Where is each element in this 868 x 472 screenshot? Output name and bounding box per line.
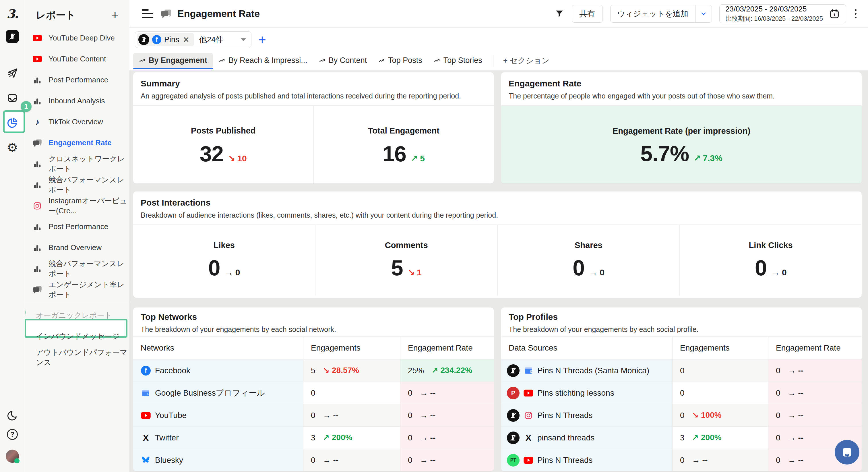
workspace-avatar[interactable] (0, 30, 25, 43)
rate-change: →-- (788, 433, 804, 442)
table-row: XTwitter 3↗200% 0→-- (133, 426, 494, 449)
help-button[interactable]: ? (0, 429, 25, 440)
topbar: Engagement Rate 共有 ウィジェットを追加 23/03/2025 … (129, 0, 868, 28)
sidebar-item-post-performance[interactable]: Post Performance (25, 69, 129, 90)
google-business-icon: G (524, 366, 533, 375)
sidebar-item-label: YouTube Content (49, 55, 106, 63)
add-section-button[interactable]: + セクション (499, 53, 554, 68)
chevron-down-icon (700, 10, 707, 17)
stat-value: 32 (200, 141, 224, 166)
date-range-button[interactable]: 23/03/2025 - 29/03/2025 比較期間: 16/03/2025… (719, 4, 846, 23)
spool-avatar-icon (138, 34, 149, 45)
filter-button[interactable] (555, 9, 564, 19)
chat-icon (32, 285, 42, 294)
compare-range-label: 比較期間: 16/03/2025 - 22/03/2025 (725, 14, 823, 23)
tab-top-posts[interactable]: Top Posts (373, 53, 428, 68)
table-header: Data Sources Engagements Engagement Rate (501, 336, 862, 359)
reports-nav-icon[interactable] (0, 117, 25, 129)
sidebar-item-organic-report[interactable]: オーガニックレポート (25, 305, 129, 326)
sidebar-item-competitor-report-1[interactable]: 競合パフォーマンスレポート (25, 174, 129, 195)
stat-change: →0 (589, 268, 604, 277)
svg-text:G: G (147, 392, 150, 395)
svg-text:G: G (530, 370, 532, 373)
profile-filter-row: f Pins ✕ 他24件 + (129, 28, 868, 52)
add-widget-button[interactable]: ウィジェットを追加 (611, 5, 695, 22)
rate-value: 0 (776, 433, 780, 442)
sidebar-divider (25, 303, 129, 303)
sidebar-item-competitor-report-2[interactable]: 競合パフォーマンスレポート (25, 258, 129, 279)
table-row: X pinsand threads 3↗200% 0→-- (501, 426, 862, 449)
sidebar-item-tiktok-overview[interactable]: ♪ TikTok Overview (25, 111, 129, 132)
spool-avatar-icon (507, 409, 520, 422)
sidebar-item-brand-overview[interactable]: Brand Overview (25, 237, 129, 258)
chat-icon (161, 9, 172, 19)
annotation-badge-1: 1 (21, 101, 32, 112)
date-range-label: 23/03/2025 - 29/03/2025 (725, 5, 823, 13)
rate-change: →-- (788, 411, 804, 420)
tab-by-reach-impressions[interactable]: By Reach & Impressi... (213, 53, 313, 68)
more-options-button[interactable] (854, 8, 858, 20)
card-title: Engagement Rate (508, 79, 854, 88)
app-root: 3. 1 ⚙ ? レポート (0, 0, 868, 472)
bar-chart-icon (32, 181, 42, 189)
rate-value: 0 (776, 455, 780, 465)
sidebar-item-cross-network-report[interactable]: クロスネットワークレポート (25, 153, 129, 174)
tab-by-engagement[interactable]: By Engagement (133, 53, 213, 68)
sidebar-item-label: Brand Overview (49, 243, 102, 252)
trend-icon (434, 57, 441, 64)
posts-published-stat: Posts Published 32 ↘10 (133, 106, 313, 183)
sidebar-item-engagement-rate[interactable]: Engagement Rate (25, 132, 129, 153)
calendar-icon: 1 (829, 8, 840, 20)
stat-label: Total Engagement (368, 126, 439, 136)
sidebar-item-inbound-messages[interactable]: インバウンドメッセージ (25, 326, 129, 347)
sidebar-item-engagement-rate-report[interactable]: エンゲージメント率レポート (25, 279, 129, 300)
tab-top-stories[interactable]: Top Stories (428, 53, 488, 68)
chevron-down-icon[interactable] (241, 38, 246, 41)
stat-label: Shares (575, 241, 602, 250)
add-report-button[interactable]: + (112, 10, 119, 20)
bar-chart-icon (32, 76, 42, 84)
sidebar-item-outbound-performance[interactable]: アウトバウンドパフォーマンス (25, 347, 129, 368)
profile-chip[interactable]: f Pins ✕ (137, 33, 194, 46)
collapse-sidebar-button[interactable] (142, 9, 153, 18)
chat-launcher-button[interactable] (835, 440, 859, 465)
engagement-rate-highlight: Engagement Rate (per impression) 5.7% ↗7… (501, 106, 862, 183)
bluesky-icon (141, 456, 151, 465)
settings-nav-icon[interactable]: ⚙ (0, 141, 25, 154)
sidebar-item-post-performance-2[interactable]: Post Performance (25, 216, 129, 237)
profile-name: Pins N Threads (537, 455, 592, 465)
engagements-change: ↗200% (692, 433, 722, 442)
facebook-icon: f (152, 35, 161, 44)
likes-stat: Likes 0 →0 (133, 225, 315, 296)
user-avatar (6, 450, 19, 463)
link-clicks-stat: Link Clicks 0 →0 (679, 225, 862, 296)
sidebar-item-instagram-overview[interactable]: Instagramオーバービュー(Cre... (25, 195, 129, 216)
publishing-nav-icon[interactable] (0, 67, 25, 79)
share-button[interactable]: 共有 (572, 5, 603, 23)
svg-text:1: 1 (833, 12, 836, 17)
dark-mode-toggle[interactable] (0, 410, 25, 421)
column-header: Engagement Rate (768, 337, 862, 359)
engagements-change: ↗200% (323, 433, 352, 442)
tab-by-content[interactable]: By Content (313, 53, 373, 68)
tab-label: Top Stories (443, 56, 482, 65)
add-widget-dropdown[interactable] (695, 5, 712, 22)
stat-change: ↗7.3% (693, 153, 722, 163)
rate-change: →-- (420, 455, 436, 465)
sidebar-item-youtube-content[interactable]: YouTube Content (25, 49, 129, 69)
profile-filter-box[interactable]: f Pins ✕ 他24件 (135, 31, 251, 48)
user-profile-button[interactable] (0, 450, 25, 463)
add-profile-filter-button[interactable]: + (258, 34, 266, 46)
remove-filter-icon[interactable]: ✕ (182, 35, 190, 45)
flat-arrow-icon: → (225, 268, 234, 277)
rate-value: 0 (776, 366, 780, 375)
inbox-nav-icon[interactable] (0, 92, 25, 104)
shares-stat: Shares 0 →0 (497, 225, 680, 296)
card-title: Post Interactions (141, 198, 854, 208)
engagements-value: 5 (311, 366, 315, 375)
sidebar-item-youtube-deep-dive[interactable]: YouTube Deep Dive (25, 28, 129, 49)
rate-change: ↗234.22% (431, 366, 472, 375)
sidebar-item-inbound-analysis[interactable]: Inbound Analysis (25, 90, 129, 111)
spool-avatar-icon (507, 364, 520, 377)
engagements-value: 0 (311, 411, 315, 420)
